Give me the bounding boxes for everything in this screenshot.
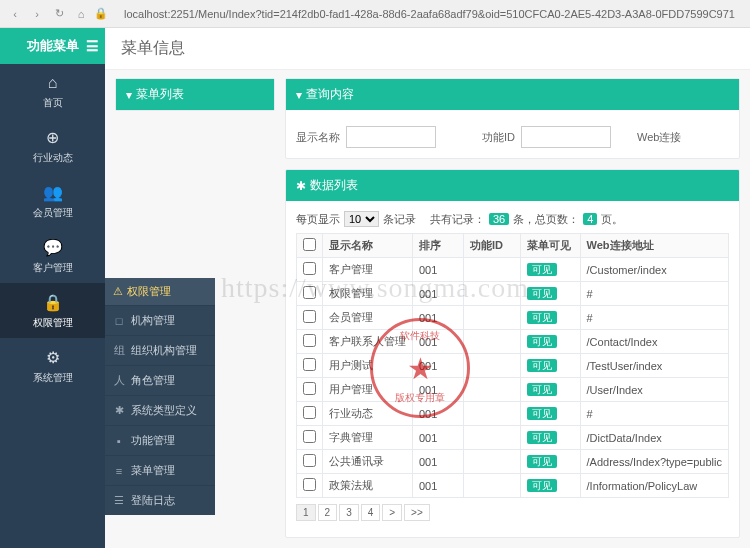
submenu-icon: ☰ bbox=[113, 494, 125, 507]
submenu-item-1[interactable]: 组组织机构管理 bbox=[105, 335, 215, 365]
table-row[interactable]: 会员管理001可见# bbox=[297, 306, 729, 330]
cell-sort: 001 bbox=[413, 450, 464, 474]
row-checkbox[interactable] bbox=[303, 262, 316, 275]
submenu-item-5[interactable]: ≡菜单管理 bbox=[105, 455, 215, 485]
cell-sort: 001 bbox=[413, 330, 464, 354]
nav-label: 系统管理 bbox=[33, 372, 73, 383]
page-1[interactable]: 1 bbox=[296, 504, 316, 521]
page->[interactable]: > bbox=[382, 504, 402, 521]
submenu-item-6[interactable]: ☰登陆日志 bbox=[105, 485, 215, 515]
table-row[interactable]: 客户联系人管理001可见/Contact/Index bbox=[297, 330, 729, 354]
col-display-name[interactable]: 显示名称 bbox=[323, 234, 413, 258]
pagination: 1234>>> bbox=[296, 504, 729, 521]
cell-sort: 001 bbox=[413, 474, 464, 498]
cell-sort: 001 bbox=[413, 378, 464, 402]
brand-text: 功能菜单 bbox=[27, 37, 79, 55]
cell-name: 客户联系人管理 bbox=[323, 330, 413, 354]
visible-tag: 可见 bbox=[527, 479, 557, 492]
cell-func bbox=[463, 474, 520, 498]
visible-tag: 可见 bbox=[527, 311, 557, 324]
sidebar-item-0[interactable]: ⌂首页 bbox=[0, 64, 105, 118]
row-checkbox[interactable] bbox=[303, 358, 316, 371]
reload-icon[interactable]: ↻ bbox=[50, 5, 68, 23]
row-checkbox[interactable] bbox=[303, 478, 316, 491]
col-sort[interactable]: 排序 bbox=[413, 234, 464, 258]
home-icon[interactable]: ⌂ bbox=[72, 5, 90, 23]
per-page-select[interactable]: 10 bbox=[344, 211, 379, 227]
data-panel-header[interactable]: ✱ 数据列表 bbox=[286, 170, 739, 201]
display-name-input[interactable] bbox=[346, 126, 436, 148]
submenu-item-4[interactable]: ▪功能管理 bbox=[105, 425, 215, 455]
cell-name: 字典管理 bbox=[323, 426, 413, 450]
share-icon: ✱ bbox=[296, 179, 306, 193]
row-checkbox[interactable] bbox=[303, 382, 316, 395]
cell-func bbox=[463, 426, 520, 450]
visible-tag: 可见 bbox=[527, 383, 557, 396]
visible-tag: 可见 bbox=[527, 407, 557, 420]
table-row[interactable]: 行业动态001可见# bbox=[297, 402, 729, 426]
cell-name: 行业动态 bbox=[323, 402, 413, 426]
table-row[interactable]: 字典管理001可见/DictData/Index bbox=[297, 426, 729, 450]
menu-toggle-icon[interactable]: ☰ bbox=[86, 38, 99, 54]
cell-url: # bbox=[580, 306, 728, 330]
caret-down-icon: ▾ bbox=[126, 88, 132, 102]
cell-sort: 001 bbox=[413, 426, 464, 450]
sidebar-item-3[interactable]: 💬客户管理 bbox=[0, 228, 105, 283]
sidebar-item-5[interactable]: ⚙系统管理 bbox=[0, 338, 105, 393]
back-icon[interactable]: ‹ bbox=[6, 5, 24, 23]
cell-func bbox=[463, 402, 520, 426]
row-checkbox[interactable] bbox=[303, 430, 316, 443]
select-all-checkbox[interactable] bbox=[303, 238, 316, 251]
forward-icon[interactable]: › bbox=[28, 5, 46, 23]
nav-label: 客户管理 bbox=[33, 262, 73, 273]
sidebar: 功能菜单 ☰ ⌂首页⊕行业动态👥会员管理💬客户管理🔒权限管理⚙系统管理 bbox=[0, 28, 105, 548]
menu-list-header[interactable]: ▾ 菜单列表 bbox=[116, 79, 274, 110]
row-checkbox[interactable] bbox=[303, 334, 316, 347]
cell-sort: 001 bbox=[413, 354, 464, 378]
cell-vis: 可见 bbox=[521, 258, 580, 282]
nav-icon: ⌂ bbox=[0, 74, 105, 92]
col-visible[interactable]: 菜单可见 bbox=[521, 234, 580, 258]
cell-url: /Contact/Index bbox=[580, 330, 728, 354]
pager-top: 每页显示 10 条记录 共有记录： 36 条，总页数： 4 页。 bbox=[296, 211, 729, 227]
submenu-label: 机构管理 bbox=[131, 313, 175, 328]
submenu-label: 功能管理 bbox=[131, 433, 175, 448]
table-row[interactable]: 客户管理001可见/Customer/index bbox=[297, 258, 729, 282]
page-2[interactable]: 2 bbox=[318, 504, 338, 521]
page-3[interactable]: 3 bbox=[339, 504, 359, 521]
sidebar-item-2[interactable]: 👥会员管理 bbox=[0, 173, 105, 228]
table-row[interactable]: 公共通讯录001可见/Address/Index?type=public bbox=[297, 450, 729, 474]
table-row[interactable]: 用户管理001可见/User/Index bbox=[297, 378, 729, 402]
submenu-icon: ✱ bbox=[113, 404, 125, 417]
browser-chrome: ‹ › ↻ ⌂ 🔒 localhost:2251/Menu/Index?tid=… bbox=[0, 0, 750, 28]
menu-list-title: 菜单列表 bbox=[136, 86, 184, 103]
sidebar-item-1[interactable]: ⊕行业动态 bbox=[0, 118, 105, 173]
row-checkbox[interactable] bbox=[303, 286, 316, 299]
cell-vis: 可见 bbox=[521, 282, 580, 306]
table-row[interactable]: 用户测试001可见/TestUser/index bbox=[297, 354, 729, 378]
brand: 功能菜单 ☰ bbox=[0, 28, 105, 64]
function-id-input[interactable] bbox=[521, 126, 611, 148]
cell-func bbox=[463, 306, 520, 330]
table-row[interactable]: 政策法规001可见/Information/PolicyLaw bbox=[297, 474, 729, 498]
col-function-id[interactable]: 功能ID bbox=[463, 234, 520, 258]
cell-url: /DictData/Index bbox=[580, 426, 728, 450]
sidebar-item-4[interactable]: 🔒权限管理 bbox=[0, 283, 105, 338]
page->>[interactable]: >> bbox=[404, 504, 430, 521]
search-panel-header[interactable]: ▾ 查询内容 bbox=[286, 79, 739, 110]
col-web-url[interactable]: Web连接地址 bbox=[580, 234, 728, 258]
submenu-item-3[interactable]: ✱系统类型定义 bbox=[105, 395, 215, 425]
row-checkbox[interactable] bbox=[303, 454, 316, 467]
submenu-item-2[interactable]: 人角色管理 bbox=[105, 365, 215, 395]
row-checkbox[interactable] bbox=[303, 310, 316, 323]
table-row[interactable]: 权限管理001可见# bbox=[297, 282, 729, 306]
nav-icon: 👥 bbox=[0, 183, 105, 202]
nav-icon: ⚙ bbox=[0, 348, 105, 367]
cell-url: # bbox=[580, 282, 728, 306]
row-checkbox[interactable] bbox=[303, 406, 316, 419]
submenu-item-0[interactable]: □机构管理 bbox=[105, 305, 215, 335]
cell-name: 用户测试 bbox=[323, 354, 413, 378]
visible-tag: 可见 bbox=[527, 455, 557, 468]
address-bar[interactable]: localhost:2251/Menu/Index?tid=214f2db0-f… bbox=[124, 8, 744, 20]
page-4[interactable]: 4 bbox=[361, 504, 381, 521]
